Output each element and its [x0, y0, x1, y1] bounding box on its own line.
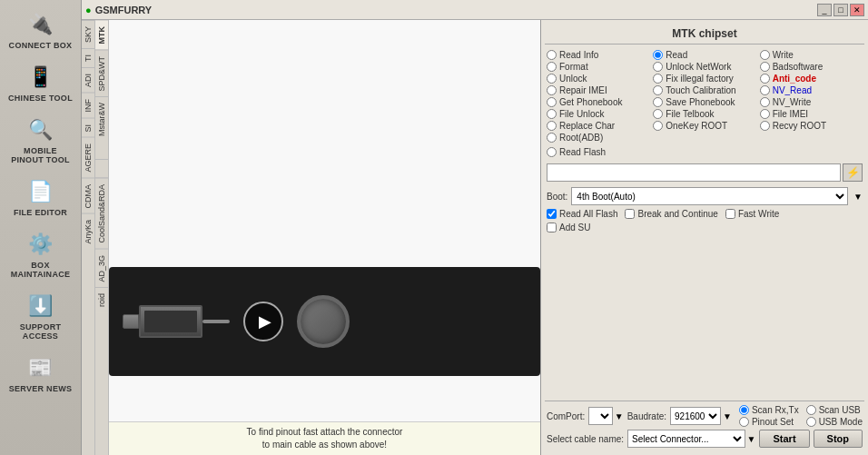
cable-row: Select cable name: Select Connector... ▼…	[547, 430, 863, 448]
option-anti-code[interactable]: Anti_code	[760, 74, 863, 84]
vtab-mtk[interactable]: MTK	[95, 20, 108, 50]
baudrate-label: Baudrate:	[627, 411, 666, 421]
com-port-select[interactable]	[588, 407, 613, 425]
hint-line1: To find pinout fast attach the connector	[114, 426, 535, 439]
minimize-button[interactable]: _	[817, 4, 832, 16]
play-button[interactable]: ▶	[243, 302, 283, 341]
vtab-roid[interactable]: roid	[95, 287, 108, 312]
option-format[interactable]: Format	[547, 62, 649, 72]
app-title: GSMFURRY	[95, 5, 153, 15]
option-pinout-set[interactable]: Pinout Set	[739, 417, 799, 427]
vtab-adi[interactable]: ADI	[82, 67, 94, 93]
option-touch-calibration[interactable]: Touch Calibration	[653, 85, 755, 95]
window-buttons: _ □ ✕	[817, 4, 864, 16]
option-pinout-set-label: Pinout Set	[752, 417, 794, 427]
option-unlock[interactable]: Unlock	[547, 74, 649, 84]
sidebar-item-box-maintainace-label: BOX MAINTAINACE	[7, 261, 74, 279]
stop-button[interactable]: Stop	[814, 430, 863, 448]
sidebar-item-chinese-tool[interactable]: 📱 CHINESE TOOL	[5, 56, 77, 107]
option-save-phonebook-label: Save Phonebook	[666, 97, 735, 107]
option-onekey-root[interactable]: OneKey ROOT	[653, 121, 755, 131]
inner-area: SKY TI ADI INF SI AGERE CDMA AnyKa MTK S…	[82, 20, 868, 455]
support-access-icon: ⬇️	[23, 290, 59, 322]
option-file-imei[interactable]: File IMEI	[760, 109, 863, 119]
search-input[interactable]	[547, 163, 841, 182]
cable-label: Select cable name:	[547, 434, 624, 444]
vtab-inf[interactable]: INF	[82, 93, 94, 118]
option-usb-mode[interactable]: USB Mode	[806, 417, 863, 427]
option-read[interactable]: Read	[653, 50, 755, 60]
vtab-cdma[interactable]: CDMA	[82, 178, 94, 214]
option-write[interactable]: Write	[760, 50, 863, 60]
option-scan-rxtx-label: Scan Rx,Tx	[752, 405, 799, 415]
sidebar-item-file-editor[interactable]: 📄 FILE EDITOR	[5, 171, 77, 222]
option-repair-imei[interactable]: Repair IMEI	[547, 85, 649, 95]
search-button[interactable]: ⚡	[843, 163, 863, 182]
option-anti-code-label: Anti_code	[773, 74, 816, 84]
vtab-si[interactable]: SI	[82, 118, 94, 138]
option-format-label: Format	[559, 62, 588, 72]
check-fast-write[interactable]: Fast Write	[725, 209, 779, 219]
com-row: ComPort: ▼ Baudrate: 921600 ▼ Scan Rx,Tx	[547, 405, 863, 427]
option-scan-usb[interactable]: Scan USB	[806, 405, 863, 415]
option-recvy-root[interactable]: Recvy ROOT	[760, 121, 863, 131]
sidebar-item-mobile-pinout[interactable]: 🔍 MOBILE PINOUT TOOL	[5, 109, 77, 169]
baudrate-select[interactable]: 921600	[670, 407, 721, 425]
main-content: ● GSMFURRY _ □ ✕ SKY TI ADI INF SI AGERE…	[82, 0, 868, 455]
vtab-mstarw[interactable]: Mstar&W	[95, 96, 108, 142]
option-replace-char[interactable]: Replace Char	[547, 121, 649, 131]
search-bar: ⚡	[547, 163, 863, 182]
option-unlock-network[interactable]: Unlock NetWork	[653, 62, 755, 72]
option-replace-char-label: Replace Char	[559, 121, 615, 131]
vtab-ad3g[interactable]: AD_3G	[95, 249, 108, 288]
option-nv-write[interactable]: NV_Write	[760, 97, 863, 107]
option-unlock-network-label: Unlock NetWork	[666, 62, 731, 72]
check-add-su[interactable]: Add SU	[547, 223, 590, 232]
option-badsoftware[interactable]: Badsoftware	[760, 62, 863, 72]
option-badsoftware-label: Badsoftware	[773, 62, 824, 72]
center-panel: ▶ To find pinout fast attach the connect…	[109, 20, 541, 455]
option-recvy-root-label: Recvy ROOT	[773, 121, 826, 131]
vtab-ti[interactable]: TI	[82, 48, 94, 67]
option-nv-read[interactable]: NV_Read	[760, 85, 863, 95]
connect-box-icon: 🔌	[23, 8, 59, 41]
option-get-phonebook[interactable]: Get Phonebook	[547, 97, 649, 107]
cable-select[interactable]: Select Connector...	[627, 430, 745, 448]
vtab-coolsand[interactable]: CoolSand&RDA	[95, 178, 108, 249]
options-grid: Read Info Read Write Format Unlock NetWo…	[545, 48, 864, 144]
com-port-label: ComPort:	[547, 411, 585, 421]
option-fix-illegal[interactable]: Fix illegal factory	[653, 74, 755, 84]
sidebar-item-connect-box[interactable]: 🔌 CONNECT BOX	[5, 4, 77, 54]
sidebar-item-support-access[interactable]: ⬇️ SUPPORT ACCESS	[5, 285, 77, 345]
boot-row: Boot: 4th Boot(Auto) ▼	[547, 187, 863, 205]
check-break-continue-label: Break and Continue	[637, 209, 717, 219]
close-button[interactable]: ✕	[850, 4, 864, 16]
sidebar-item-server-news[interactable]: 📰 SERVER NEWS	[5, 347, 77, 398]
option-read-info[interactable]: Read Info	[547, 50, 649, 60]
vtab-spdwt[interactable]: SPD&WT	[95, 50, 108, 97]
sidebar: 🔌 CONNECT BOX 📱 CHINESE TOOL 🔍 MOBILE PI…	[0, 0, 82, 455]
vtab-col-2: MTK SPD&WT Mstar&W CoolSand&RDA AD_3G ro…	[95, 20, 109, 455]
option-read-flash[interactable]: Read Flash	[547, 147, 606, 157]
option-scan-rxtx[interactable]: Scan Rx,Tx	[739, 405, 799, 415]
option-file-telbook[interactable]: File Telbook	[653, 109, 755, 119]
sidebar-item-file-editor-label: FILE EDITOR	[14, 208, 67, 217]
vtab-sky[interactable]: SKY	[82, 20, 94, 48]
boot-select[interactable]: 4th Boot(Auto)	[571, 187, 848, 205]
option-save-phonebook[interactable]: Save Phonebook	[653, 97, 755, 107]
option-onekey-root-label: OneKey ROOT	[666, 121, 727, 131]
vtab-col-1: SKY TI ADI INF SI AGERE CDMA AnyKa	[82, 20, 95, 455]
start-button[interactable]: Start	[759, 430, 809, 448]
vtab-anyka[interactable]: AnyKa	[82, 213, 94, 250]
option-get-phonebook-label: Get Phonebook	[559, 97, 623, 107]
option-root-adb[interactable]: Root(ADB)	[547, 133, 649, 143]
sidebar-item-box-maintainace[interactable]: ⚙️ BOX MAINTAINACE	[5, 223, 77, 283]
option-file-unlock-label: File Unlock	[559, 109, 604, 119]
option-file-unlock[interactable]: File Unlock	[547, 109, 649, 119]
option-nv-read-label: NV_Read	[773, 85, 812, 95]
maximize-button[interactable]: □	[833, 4, 848, 16]
check-read-all-flash[interactable]: Read All Flash	[547, 209, 617, 219]
option-file-telbook-label: File Telbook	[666, 109, 714, 119]
vtab-agere[interactable]: AGERE	[82, 137, 94, 178]
check-break-continue[interactable]: Break and Continue	[625, 209, 717, 219]
